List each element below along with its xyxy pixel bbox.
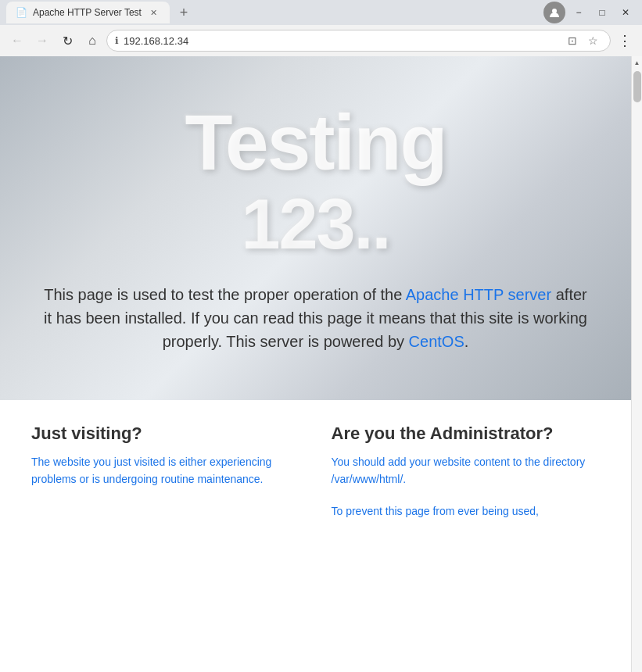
hero-text-part3: .: [464, 333, 469, 350]
right-heading: Are you the Administrator?: [332, 424, 601, 444]
user-avatar-button[interactable]: [543, 2, 565, 23]
forward-button[interactable]: →: [31, 30, 53, 52]
reload-button[interactable]: ↻: [56, 30, 78, 52]
left-heading: Just visiting?: [31, 424, 300, 444]
hero-text-part1: This page is used to test the proper ope…: [44, 286, 406, 303]
centos-link[interactable]: CentOS: [409, 333, 464, 350]
right-para1: You should add your website content to t…: [332, 453, 601, 488]
screenshot-button[interactable]: ⊡: [563, 31, 582, 50]
left-column: Just visiting? The website you just visi…: [31, 424, 300, 520]
right-para2: To prevent this page from ever being use…: [332, 502, 601, 520]
bookmark-button[interactable]: ☆: [583, 31, 602, 50]
security-icon: ℹ: [115, 35, 119, 46]
new-tab-button[interactable]: +: [173, 2, 195, 23]
page-body: Testing 123.. This page is used to test …: [0, 56, 631, 672]
scrollbar: ▲: [631, 56, 642, 672]
tab-close-button[interactable]: ✕: [148, 6, 160, 19]
chrome-menu-button[interactable]: ⋮: [614, 30, 636, 52]
hero-subtitle: 123..: [241, 189, 389, 259]
tab-favicon: 📄: [16, 7, 27, 18]
hero-title: Testing: [185, 103, 446, 181]
scroll-up-button[interactable]: ▲: [632, 56, 643, 70]
browser-tab[interactable]: 📄 Apache HTTP Server Test ✕: [6, 2, 170, 23]
content-section: Just visiting? The website you just visi…: [0, 400, 631, 543]
apache-link[interactable]: Apache HTTP server: [406, 286, 551, 303]
minimize-button[interactable]: −: [568, 2, 589, 23]
hero-section: Testing 123.. This page is used to test …: [0, 56, 631, 400]
hero-description: This page is used to test the proper ope…: [42, 283, 590, 353]
tab-title: Apache HTTP Server Test: [33, 7, 142, 18]
browser-window: 📄 Apache HTTP Server Test ✕ + − □ ✕ ← → …: [0, 0, 642, 672]
address-bar-actions: ⊡ ☆: [563, 31, 602, 50]
url-text: 192.168.12.34: [124, 35, 558, 47]
home-button[interactable]: ⌂: [81, 30, 103, 52]
maximize-button[interactable]: □: [592, 2, 612, 23]
right-column: Are you the Administrator? You should ad…: [332, 424, 601, 520]
navigation-bar: ← → ↻ ⌂ ℹ 192.168.12.34 ⊡ ☆ ⋮: [0, 25, 642, 56]
title-bar-left: 📄 Apache HTTP Server Test ✕ +: [6, 2, 195, 23]
back-button[interactable]: ←: [6, 30, 28, 52]
left-text: The website you just visited is either e…: [31, 453, 300, 488]
scroll-thumb[interactable]: [633, 71, 641, 102]
title-bar: 📄 Apache HTTP Server Test ✕ + − □ ✕: [0, 0, 642, 25]
close-button[interactable]: ✕: [615, 2, 636, 23]
address-bar[interactable]: ℹ 192.168.12.34 ⊡ ☆: [106, 30, 611, 52]
page-content: Testing 123.. This page is used to test …: [0, 56, 642, 672]
window-controls: − □ ✕: [543, 2, 636, 23]
